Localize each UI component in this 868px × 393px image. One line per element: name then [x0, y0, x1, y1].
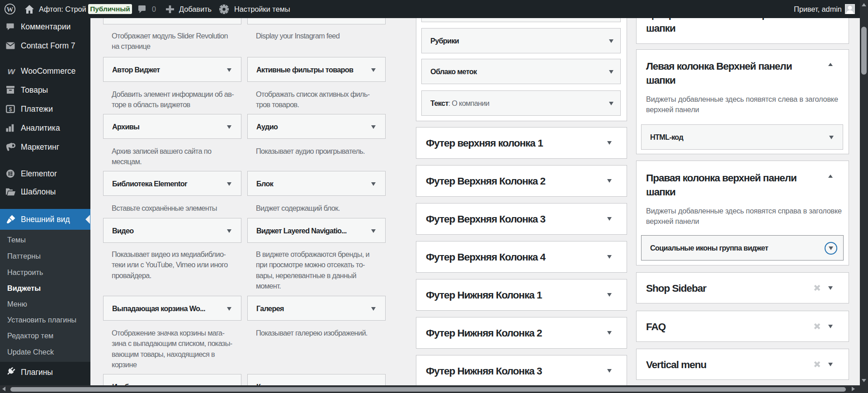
svg-text:$: $	[9, 106, 12, 112]
svg-text:W: W	[7, 6, 14, 13]
svg-text:w: w	[8, 67, 16, 75]
